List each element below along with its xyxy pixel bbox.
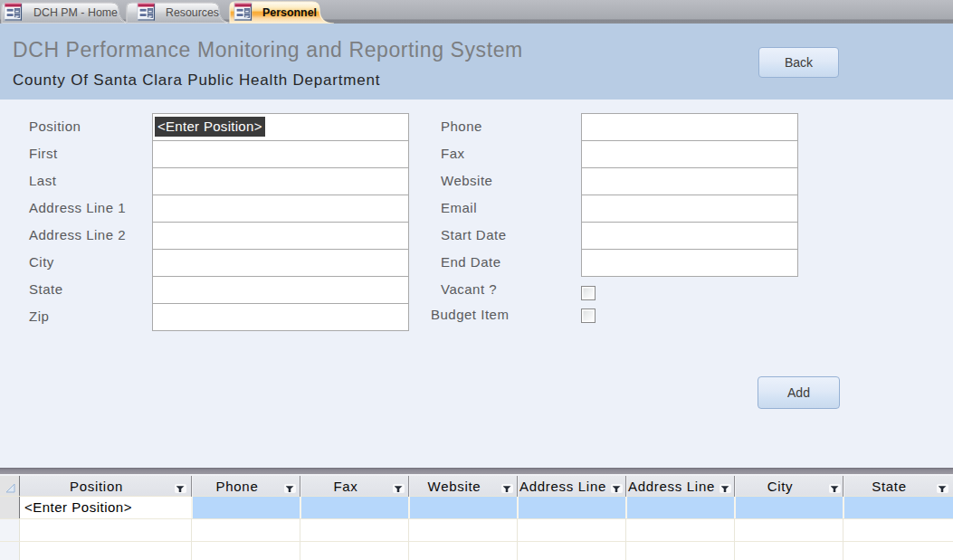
svg-text:Resources: Resources — [166, 5, 219, 19]
svg-text:Personnel: Personnel — [262, 5, 317, 19]
svg-text:DCH PM - Home: DCH PM - Home — [33, 5, 118, 19]
